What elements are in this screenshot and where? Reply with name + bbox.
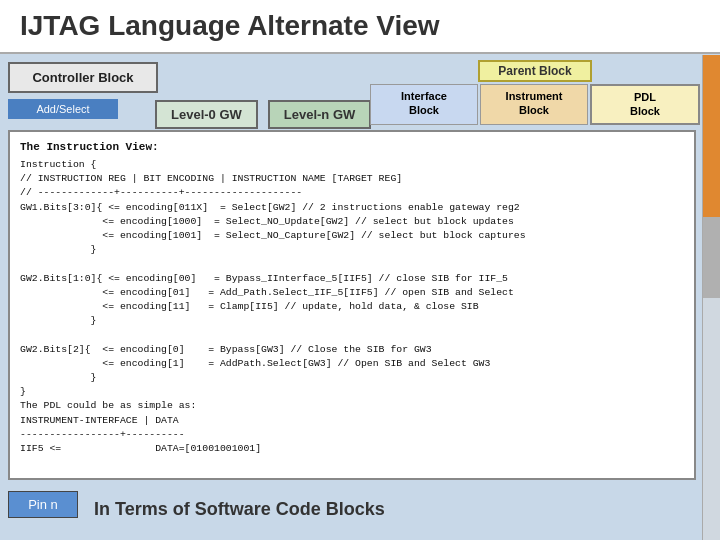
- level-buttons-row: Level-0 GW Level-n GW: [155, 100, 371, 129]
- instruction-view-title: The Instruction View:: [20, 140, 684, 156]
- controller-block-label: Controller Block: [8, 62, 158, 93]
- parent-block-label-row: Parent Block: [370, 60, 700, 82]
- parent-block-cols-row: InterfaceBlock InstrumentBlock PDLBlock: [370, 84, 700, 125]
- interface-block-col: InterfaceBlock: [370, 84, 478, 125]
- add-select-button[interactable]: Add/Select: [8, 99, 118, 119]
- parent-block-section: Parent Block InterfaceBlock InstrumentBl…: [370, 60, 700, 125]
- bottom-text: In Terms of Software Code Blocks: [94, 499, 385, 520]
- title-bar: IJTAG Language Alternate View: [0, 0, 720, 54]
- right-bar: [702, 55, 720, 540]
- instruction-view-box: The Instruction View: Instruction { // I…: [8, 130, 696, 480]
- instruction-view-content: Instruction { // INSTRUCTION REG | BIT E…: [20, 158, 684, 456]
- bottom-area: Pin n In Terms of Software Code Blocks: [8, 491, 696, 528]
- right-bar-orange: [702, 55, 720, 217]
- parent-block-label: Parent Block: [478, 60, 591, 82]
- pin-n-button[interactable]: Pin n: [8, 491, 78, 518]
- instrument-block-col: InstrumentBlock: [480, 84, 588, 125]
- instructions-tag: instructions: [332, 202, 403, 213]
- slide: IJTAG Language Alternate View Controller…: [0, 0, 720, 540]
- right-bar-gray: [702, 217, 720, 298]
- slide-title: IJTAG Language Alternate View: [20, 10, 440, 41]
- pdl-block-col: PDLBlock: [590, 84, 700, 125]
- right-bar-light: [702, 298, 720, 541]
- level-n-button[interactable]: Level-n GW: [268, 100, 372, 129]
- level-0-button[interactable]: Level-0 GW: [155, 100, 258, 129]
